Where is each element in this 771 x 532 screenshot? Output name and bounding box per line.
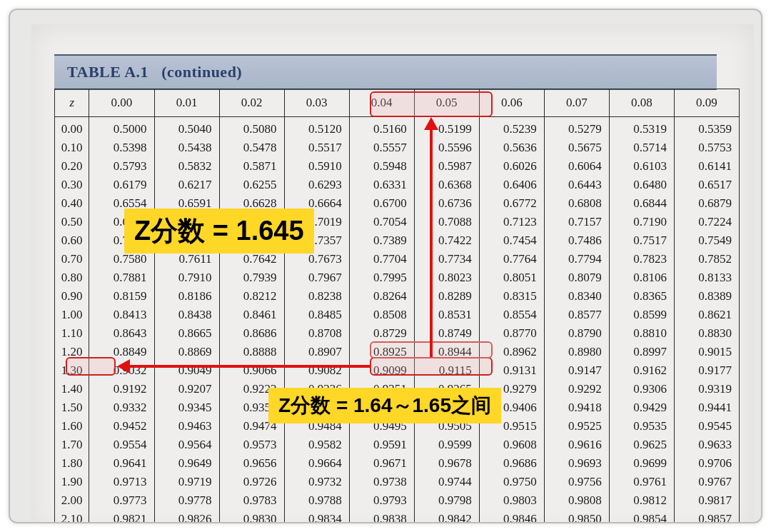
cell: 0.8264 (349, 287, 414, 306)
cell: 0.9842 (414, 510, 479, 523)
cell: 0.7642 (219, 250, 284, 268)
cell: 0.9564 (154, 436, 219, 454)
cell: 0.9115 (414, 361, 479, 380)
cell: 0.6628 (219, 194, 284, 213)
cell: 0.5871 (219, 157, 284, 176)
cell: 0.9744 (414, 473, 479, 491)
cell: 0.9778 (154, 491, 219, 510)
cell: 0.9505 (414, 417, 479, 436)
cell: 0.9554 (89, 436, 154, 454)
cell: 0.9750 (479, 473, 544, 491)
cell: 0.9812 (609, 491, 674, 510)
table-row: 0.000.50000.50400.50800.51200.51600.5199… (55, 117, 740, 139)
cell: 0.9706 (674, 454, 739, 473)
cell: 0.9441 (674, 398, 739, 417)
cell: 0.7910 (154, 268, 219, 287)
cell: 0.8438 (154, 306, 219, 324)
cell: 0.8413 (89, 306, 154, 324)
cell: 0.8888 (219, 343, 284, 361)
cell: 0.6664 (284, 194, 349, 213)
col-header: 0.06 (479, 89, 544, 117)
cell: 0.7157 (544, 213, 609, 231)
cell: 0.9664 (284, 454, 349, 473)
cell: 0.9099 (349, 361, 414, 380)
cell: 0.9525 (544, 417, 609, 436)
cell: 0.7486 (544, 231, 609, 250)
cell: 0.5714 (609, 139, 674, 157)
row-z-label: 2.00 (55, 491, 89, 510)
row-z-label: 0.40 (55, 194, 89, 213)
cell: 0.9793 (349, 491, 414, 510)
cell: 0.9599 (414, 436, 479, 454)
cell: 0.8238 (284, 287, 349, 306)
cell: 0.9773 (89, 491, 154, 510)
cell: 0.7734 (414, 250, 479, 268)
cell: 0.7995 (349, 268, 414, 287)
cell: 0.9131 (479, 361, 544, 380)
cell: 0.6331 (349, 176, 414, 194)
cell: 0.8133 (674, 268, 739, 287)
col-header: 0.05 (414, 89, 479, 117)
cell: 0.5793 (89, 157, 154, 176)
row-z-label: 1.90 (55, 473, 89, 491)
cell: 0.5636 (479, 139, 544, 157)
cell: 0.5557 (349, 139, 414, 157)
cell: 0.9656 (219, 454, 284, 473)
cell: 0.9783 (219, 491, 284, 510)
cell: 0.8340 (544, 287, 609, 306)
cell: 0.7422 (414, 231, 479, 250)
cell: 0.5517 (284, 139, 349, 157)
cell: 0.8365 (609, 287, 674, 306)
cell: 0.7257 (89, 231, 154, 250)
cell: 0.5675 (544, 139, 609, 157)
cell: 0.9251 (349, 380, 414, 398)
cell: 0.9452 (89, 417, 154, 436)
cell: 0.5040 (154, 117, 219, 139)
cell: 0.6554 (89, 194, 154, 213)
cell: 0.6293 (284, 176, 349, 194)
cell: 0.9207 (154, 380, 219, 398)
table-row: 0.700.75800.76110.76420.76730.77040.7734… (55, 250, 740, 268)
cell: 0.8023 (414, 268, 479, 287)
cell: 0.9693 (544, 454, 609, 473)
table-title-suffix: (continued) (161, 63, 242, 81)
cell: 0.7549 (674, 231, 739, 250)
cell: 0.7291 (154, 231, 219, 250)
cell: 0.5199 (414, 117, 479, 139)
cell: 0.9236 (284, 380, 349, 398)
cell: 0.9678 (414, 454, 479, 473)
table-row: 0.400.65540.65910.66280.66640.67000.6736… (55, 194, 740, 213)
cell: 0.7967 (284, 268, 349, 287)
cell: 0.9082 (284, 361, 349, 380)
cell: 0.5438 (154, 139, 219, 157)
cell: 0.5948 (349, 157, 414, 176)
cell: 0.8643 (89, 324, 154, 343)
cell: 0.7389 (349, 231, 414, 250)
cell: 0.9332 (89, 398, 154, 417)
cell: 0.9394 (414, 398, 479, 417)
cell: 0.7324 (219, 231, 284, 250)
cell: 0.5478 (219, 139, 284, 157)
row-z-label: 0.50 (55, 213, 89, 231)
row-z-label: 0.10 (55, 139, 89, 157)
cell: 0.8315 (479, 287, 544, 306)
row-z-label: 1.40 (55, 380, 89, 398)
cell: 0.9826 (154, 510, 219, 523)
cell: 0.9732 (284, 473, 349, 491)
cell: 0.9854 (609, 510, 674, 523)
cell: 0.8079 (544, 268, 609, 287)
cell: 0.8944 (414, 343, 479, 361)
cell: 0.9319 (674, 380, 739, 398)
cell: 0.6700 (349, 194, 414, 213)
image-frame: TABLE A.1 (continued) z0.000.010.020.030… (9, 9, 762, 523)
cell: 0.7939 (219, 268, 284, 287)
cell: 0.7852 (674, 250, 739, 268)
cell: 0.9177 (674, 361, 739, 380)
col-header: 0.00 (89, 89, 154, 117)
row-z-label: 0.00 (55, 117, 89, 139)
cell: 0.5753 (674, 139, 739, 157)
cell: 0.8770 (479, 324, 544, 343)
col-header: 0.04 (349, 89, 414, 117)
row-z-label: 0.70 (55, 250, 89, 268)
cell: 0.8849 (89, 343, 154, 361)
